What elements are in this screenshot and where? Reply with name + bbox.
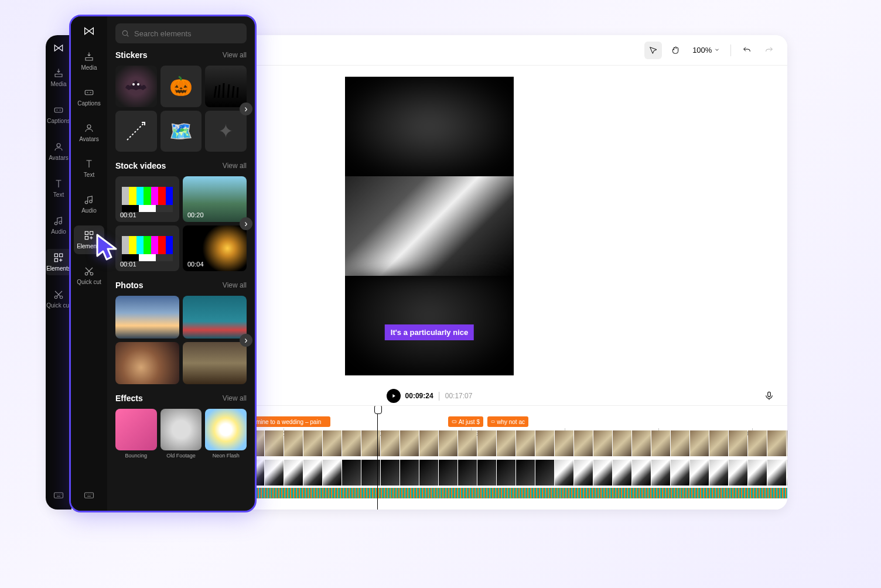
stock-video-item[interactable]: 00:01 — [115, 225, 179, 271]
scroll-right-button[interactable]: › — [240, 334, 252, 347]
search-input[interactable]: Search elements — [115, 23, 247, 43]
sidebar-item-text[interactable]: Text — [74, 154, 104, 183]
svg-rect-2 — [54, 254, 57, 257]
sidebar-item-captions[interactable]: Captions — [46, 101, 71, 128]
sidebar-item-media[interactable]: Media — [74, 47, 104, 76]
section-title: Effects — [115, 394, 143, 403]
svg-point-23 — [132, 83, 135, 86]
view-all-link[interactable]: View all — [223, 394, 247, 402]
svg-rect-12 — [452, 421, 456, 423]
total-time: 00:17:07 — [445, 392, 473, 400]
photo-item[interactable] — [183, 342, 247, 385]
keyboard-icon[interactable] — [84, 490, 94, 502]
svg-point-22 — [122, 30, 127, 35]
stock-video-item[interactable]: 00:04 — [183, 225, 247, 271]
effects-section: Effects View all Bouncing Old Footage Ne… — [107, 394, 255, 468]
sidebar-item-avatars[interactable]: Avatars — [46, 138, 71, 165]
sticker-arrow[interactable] — [115, 111, 157, 152]
sidebar-item-captions[interactable]: Captions — [74, 83, 104, 111]
svg-rect-4 — [54, 259, 57, 262]
svg-rect-21 — [85, 493, 94, 498]
section-title: Photos — [115, 281, 143, 290]
stock-video-item[interactable]: 00:01 — [115, 176, 179, 222]
svg-point-24 — [137, 83, 139, 86]
preview-caption: It's a particularly nice — [385, 324, 474, 340]
svg-rect-18 — [85, 237, 88, 240]
main-sidebar: Media Captions Avatars Text Audio Elemen… — [46, 35, 71, 510]
play-button[interactable] — [387, 389, 401, 403]
sticker-bat[interactable] — [115, 66, 157, 107]
svg-rect-17 — [90, 231, 93, 234]
view-all-link[interactable]: View all — [223, 51, 247, 59]
effect-item[interactable]: Bouncing — [115, 409, 157, 459]
stock-video-item[interactable]: 00:20 — [183, 176, 247, 222]
view-all-link[interactable]: View all — [223, 162, 247, 170]
sidebar-item-audio[interactable]: Audio — [46, 212, 71, 238]
view-all-link[interactable]: View all — [223, 281, 247, 289]
elements-content: Search elements Stickers View all 🎃 🗺️ ✦… — [107, 16, 255, 511]
cursor-tool-button[interactable] — [644, 42, 662, 59]
sidebar-item-media[interactable]: Media — [46, 64, 71, 91]
photo-item[interactable] — [115, 296, 179, 339]
svg-rect-16 — [85, 231, 88, 234]
sticker-pumpkin[interactable]: 🎃 — [161, 66, 202, 107]
sticker-zombie-hands[interactable] — [205, 66, 247, 107]
stock-videos-section: Stock videos View all 00:01 00:20 00:01 … — [107, 161, 255, 281]
hand-tool-button[interactable] — [667, 42, 684, 59]
section-title: Stock videos — [115, 161, 166, 170]
svg-rect-0 — [54, 108, 63, 112]
svg-rect-7 — [54, 493, 63, 498]
playhead[interactable] — [377, 406, 378, 510]
microphone-button[interactable] — [760, 387, 778, 405]
section-title: Stickers — [115, 50, 147, 60]
cursor-pointer-icon — [94, 231, 122, 266]
capcut-logo-icon — [53, 42, 64, 54]
scroll-right-button[interactable]: › — [240, 102, 252, 115]
capcut-logo-icon — [83, 25, 95, 37]
svg-point-15 — [87, 125, 91, 128]
sidebar-item-avatars[interactable]: Avatars — [74, 118, 104, 147]
chevron-down-icon — [714, 47, 720, 53]
search-icon — [121, 29, 129, 37]
svg-rect-3 — [60, 254, 63, 257]
redo-button[interactable] — [760, 42, 778, 59]
svg-rect-8 — [768, 392, 771, 396]
photo-item[interactable] — [115, 342, 179, 385]
current-time: 00:09:24 — [405, 392, 433, 400]
sticker-sparkle[interactable]: ✦ — [205, 111, 247, 152]
keyboard-icon[interactable] — [53, 490, 64, 502]
effect-item[interactable]: Neon Flash — [205, 409, 247, 459]
video-preview[interactable]: It's a particularly nice — [345, 77, 514, 375]
stickers-section: Stickers View all 🎃 🗺️ ✦ › — [107, 50, 255, 161]
undo-button[interactable] — [738, 42, 756, 59]
sidebar-item-audio[interactable]: Audio — [74, 190, 104, 218]
effect-item[interactable]: Old Footage — [161, 409, 202, 459]
sticker-map[interactable]: 🗺️ — [161, 111, 202, 152]
photos-section: Photos View all › — [107, 281, 255, 394]
sidebar-item-elements[interactable]: Elements — [46, 249, 71, 275]
photo-item[interactable] — [183, 296, 247, 339]
scroll-right-button[interactable]: › — [240, 217, 252, 230]
caption-clip[interactable]: why not ac — [487, 416, 528, 427]
svg-rect-13 — [491, 421, 494, 423]
sidebar-item-text[interactable]: Text — [46, 175, 71, 201]
zoom-dropdown[interactable]: 100% — [689, 46, 723, 54]
svg-point-1 — [57, 143, 60, 147]
caption-clip[interactable]: At just $ — [448, 416, 483, 427]
svg-rect-14 — [85, 90, 93, 95]
sidebar-item-quick-cut[interactable]: Quick cut — [46, 286, 71, 312]
